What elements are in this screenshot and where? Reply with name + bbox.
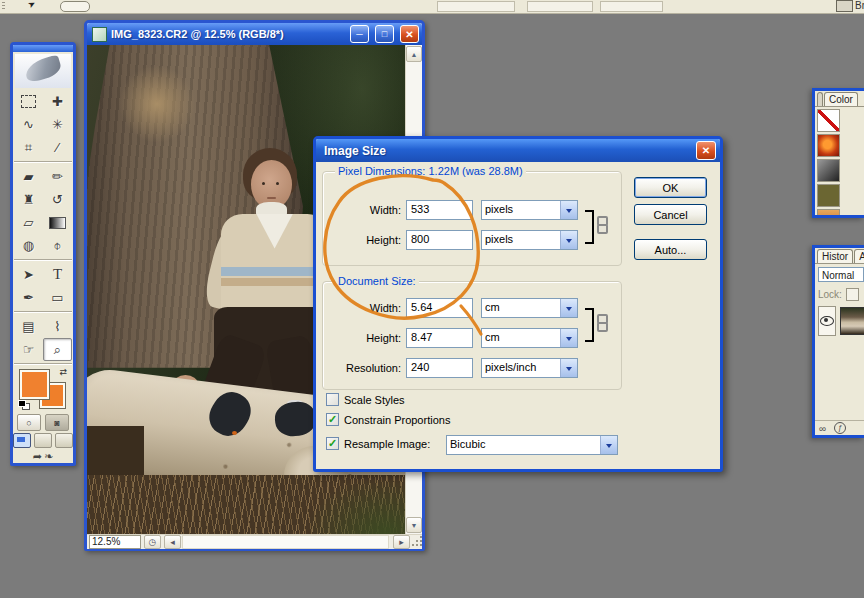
layer-thumbnail[interactable] — [840, 307, 864, 335]
scroll-down-icon[interactable]: ▼ — [406, 517, 422, 533]
palette-tab-stub[interactable] — [817, 92, 823, 106]
chevron-down-icon[interactable] — [560, 231, 577, 249]
tool-preset-picker[interactable] — [60, 1, 90, 12]
layer-style-icon[interactable]: ƒ — [834, 422, 846, 434]
tool-rectangular-marquee[interactable] — [14, 90, 43, 113]
resample-image-label: Resample Image: — [344, 438, 430, 450]
image-size-dialog: Image Size ✕ Pixel Dimensions: 1.22M (wa… — [313, 136, 723, 472]
maximize-button[interactable]: □ — [375, 25, 394, 43]
tool-eyedropper[interactable]: ⌇ — [43, 315, 72, 338]
palette-well-icon[interactable] — [836, 0, 853, 12]
tool-zoom[interactable]: ⌕ — [43, 338, 72, 361]
style-swatch-orange-gradient[interactable] — [817, 209, 840, 218]
default-colors-icon[interactable] — [18, 400, 31, 411]
tool-lasso[interactable]: ∿ — [14, 113, 43, 136]
scale-styles-checkbox[interactable] — [326, 393, 339, 406]
tab-history[interactable]: Histor — [817, 249, 853, 263]
chevron-down-icon[interactable] — [600, 436, 617, 454]
pixel-height-unit-dropdown[interactable]: pixels — [481, 230, 578, 250]
pixel-width-unit-dropdown[interactable]: pixels — [481, 200, 578, 220]
full-screen-menubar-button[interactable] — [34, 433, 52, 448]
tool-dodge[interactable]: ⌽ — [43, 234, 72, 257]
blend-mode-dropdown[interactable]: Normal — [818, 267, 864, 282]
clone-stamp-icon: ♜ — [23, 192, 35, 207]
status-info-icon[interactable]: ◷ — [144, 535, 161, 549]
doc-resolution-unit-dropdown[interactable]: pixels/inch — [481, 358, 578, 378]
tool-crop[interactable]: ⌗ — [14, 136, 43, 159]
tool-blur[interactable]: ◍ — [14, 234, 43, 257]
doc-height-input[interactable]: 8.47 — [406, 328, 473, 348]
style-swatch-red-glow[interactable] — [817, 134, 840, 157]
options-field-3[interactable] — [600, 1, 663, 12]
resample-image-checkbox[interactable]: ✓ — [326, 437, 339, 450]
layer-visibility-toggle[interactable] — [818, 306, 836, 336]
dialog-close-icon[interactable]: ✕ — [696, 141, 716, 160]
style-swatch-olive[interactable] — [817, 184, 840, 207]
quick-mask-mode-button[interactable]: ◙ — [45, 414, 69, 431]
slice-icon: ∕ — [56, 140, 58, 155]
standard-mode-button[interactable]: ○ — [17, 414, 41, 431]
zoom-level-field[interactable]: 12.5% — [89, 535, 141, 549]
doc-resolution-input[interactable]: 240 — [406, 358, 473, 378]
imageready-arrow-icon[interactable]: ➦ — [33, 450, 42, 463]
constrain-proportions-checkbox[interactable]: ✓ — [326, 413, 339, 426]
standard-screen-mode-button[interactable] — [13, 433, 31, 448]
doc-width-input[interactable]: 5.64 — [406, 298, 473, 318]
tool-pen[interactable]: ✒ — [14, 286, 43, 309]
doc-width-unit-dropdown[interactable]: cm — [481, 298, 578, 318]
horizontal-scrollbar[interactable] — [182, 535, 389, 549]
tool-history-brush[interactable]: ↺ — [43, 188, 72, 211]
chevron-down-icon[interactable] — [560, 359, 577, 377]
auto-button[interactable]: Auto... — [634, 239, 707, 260]
scroll-right-icon[interactable]: ▸ — [393, 535, 410, 549]
tab-actions[interactable]: A — [854, 249, 864, 263]
foreground-color-swatch[interactable] — [20, 370, 49, 399]
tab-color[interactable]: Color — [824, 92, 858, 106]
tool-shape[interactable]: ▭ — [43, 286, 72, 309]
minimize-button[interactable]: ─ — [350, 25, 369, 43]
tool-move[interactable]: ✚ — [43, 90, 72, 113]
chevron-down-icon[interactable] — [560, 201, 577, 219]
scroll-up-icon[interactable]: ▲ — [406, 46, 422, 62]
tool-path-selection[interactable]: ➤ — [14, 263, 43, 286]
lock-checkbox[interactable] — [846, 288, 859, 301]
close-button[interactable]: ✕ — [400, 25, 419, 43]
dialog-title-bar[interactable]: Image Size ✕ — [316, 139, 720, 162]
tool-healing-brush[interactable]: ▰ — [14, 165, 43, 188]
pixel-width-input[interactable]: 533 — [406, 200, 473, 220]
resize-grip[interactable] — [410, 536, 422, 548]
tool-notes[interactable]: ▤ — [14, 315, 43, 338]
tool-gradient[interactable] — [43, 211, 72, 234]
swap-colors-icon[interactable]: ⇄ — [59, 367, 67, 377]
style-swatch-none[interactable] — [817, 109, 840, 132]
scroll-left-icon[interactable]: ◂ — [164, 535, 181, 549]
options-bar: ➤ Br — [0, 0, 864, 14]
ok-button[interactable]: OK — [634, 177, 707, 198]
options-bar-grip[interactable] — [2, 2, 5, 11]
layer-row[interactable] — [818, 306, 864, 336]
tool-brush[interactable]: ✏ — [43, 165, 72, 188]
tool-slice[interactable]: ∕ — [43, 136, 72, 159]
tool-magic-wand[interactable]: ✳ — [43, 113, 72, 136]
magic-wand-icon: ✳ — [52, 117, 63, 132]
tool-clone-stamp[interactable]: ♜ — [14, 188, 43, 211]
full-screen-mode-button[interactable] — [55, 433, 73, 448]
tool-eraser[interactable]: ▱ — [14, 211, 43, 234]
doc-height-unit-dropdown[interactable]: cm — [481, 328, 578, 348]
options-field-1[interactable] — [437, 1, 515, 12]
tool-hand[interactable]: ☞ — [14, 338, 43, 361]
toolbox-title-bar[interactable] — [13, 45, 73, 52]
image-window-title-bar[interactable]: IMG_8323.CR2 @ 12.5% (RGB/8*) ─ □ ✕ — [87, 23, 422, 45]
pixel-height-input[interactable]: 800 — [406, 230, 473, 250]
chevron-down-icon[interactable] — [560, 299, 577, 317]
tool-type[interactable]: T — [43, 263, 72, 286]
options-field-2[interactable] — [527, 1, 593, 12]
zoom-icon: ⌕ — [54, 342, 61, 358]
bridge-button[interactable]: Br — [855, 0, 864, 11]
style-swatch-dark-gradient[interactable] — [817, 159, 840, 182]
link-layers-icon[interactable]: ∞ — [819, 423, 826, 434]
chevron-down-icon[interactable] — [560, 329, 577, 347]
cancel-button[interactable]: Cancel — [634, 204, 707, 225]
document-icon — [92, 27, 107, 42]
resample-method-dropdown[interactable]: Bicubic — [446, 435, 618, 455]
